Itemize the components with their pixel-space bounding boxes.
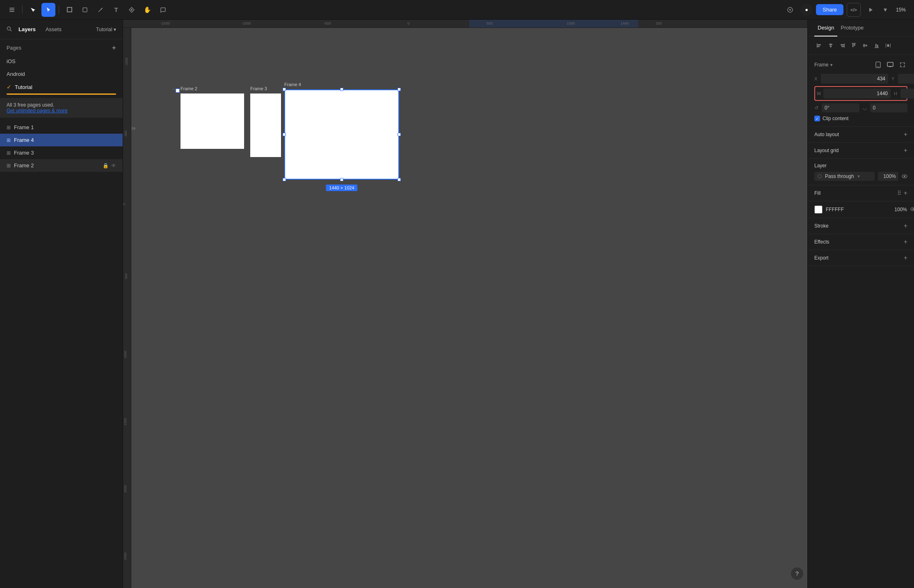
fill-hex-input[interactable] (826, 207, 887, 212)
layer-visibility-icon[interactable] (902, 173, 907, 180)
free-notice-link[interactable]: Get unlimited pages & more (7, 108, 68, 114)
tab-assets[interactable]: Assets (42, 24, 65, 35)
align-left-button[interactable] (814, 41, 824, 50)
multiplayer-button[interactable]: ● (800, 4, 813, 16)
frame4-handle-bc[interactable] (340, 178, 343, 181)
sidebar-header: Layers Assets Tutorial ▾ (0, 20, 123, 39)
component-tool-button[interactable] (125, 3, 139, 17)
frame3-container[interactable]: Frame 3 (250, 93, 281, 157)
frame4-handle-ml[interactable] (283, 133, 286, 136)
move-tool-button[interactable] (41, 3, 55, 17)
layer-item-frame2[interactable]: ⊞ Frame 2 🔒 👁 (0, 159, 123, 172)
svg-rect-31 (866, 45, 867, 47)
align-top-button[interactable] (849, 41, 859, 50)
blend-mode-selector[interactable]: Pass through ▾ (814, 172, 875, 181)
rotate-input[interactable] (822, 103, 859, 112)
opacity-input[interactable] (878, 172, 898, 181)
tab-design[interactable]: Design (814, 20, 837, 36)
frame4-box[interactable]: 1440 × 1024 (284, 89, 399, 180)
fill-color-swatch[interactable] (814, 205, 823, 214)
page-label-android: Android (7, 71, 25, 77)
x-input[interactable] (821, 74, 888, 84)
frame-dropdown-icon[interactable]: ▾ (830, 62, 833, 68)
frame-tool-button[interactable] (62, 3, 76, 17)
layer-item-frame3[interactable]: ⊞ Frame 3 (0, 146, 123, 159)
help-button[interactable]: ? (791, 567, 803, 580)
toolbar: T ✋ ● Share </> (0, 0, 914, 20)
frame4-handle-tl[interactable] (283, 88, 286, 91)
clip-content-checkbox[interactable]: ✓ (814, 116, 820, 121)
code-view-button[interactable]: </> (847, 3, 861, 17)
layer-visibility-icon[interactable]: 👁 (111, 163, 116, 169)
frame4-handle-bl[interactable] (283, 178, 286, 181)
add-fill-button[interactable]: + (904, 189, 907, 197)
pen-tool-button[interactable] (94, 3, 107, 17)
zoom-level[interactable]: 15% (893, 5, 909, 14)
frame4-handle-br[interactable] (398, 178, 401, 181)
align-center-h-button[interactable] (826, 41, 836, 50)
frame-desktop-icon-button[interactable] (885, 60, 895, 70)
main-menu-button[interactable] (5, 3, 19, 17)
corner-input[interactable] (870, 103, 908, 112)
play-button[interactable] (864, 3, 878, 17)
page-item-tutorial[interactable]: ✓ Tutorial (0, 80, 123, 93)
page-item-android[interactable]: Android (0, 68, 123, 80)
left-sidebar: Layers Assets Tutorial ▾ Pages + iOS And… (0, 20, 123, 588)
y-input[interactable] (898, 74, 914, 84)
comment-tool-button[interactable] (156, 3, 170, 17)
h-input-group: H (894, 89, 914, 98)
align-bottom-button[interactable] (872, 41, 882, 50)
tab-prototype[interactable]: Prototype (837, 20, 867, 36)
frame2-box[interactable] (181, 93, 244, 149)
align-right-button[interactable] (837, 41, 847, 50)
frame2-handle-tl[interactable] (176, 89, 180, 93)
svg-rect-17 (817, 43, 818, 48)
layer-item-frame4[interactable]: ⊞ Frame 4 (0, 134, 123, 146)
fill-row: − (814, 205, 907, 214)
add-page-button[interactable]: + (112, 44, 116, 52)
frame4-handle-mr[interactable] (398, 133, 401, 136)
frame-phone-icon-button[interactable] (873, 60, 883, 70)
add-effects-button[interactable]: + (904, 238, 907, 246)
frame4-container[interactable]: Frame 4 1440 × 1024 (284, 89, 399, 180)
tab-tutorial[interactable]: Tutorial ▾ (96, 27, 116, 32)
ruler-mark-n1000: -1000 (242, 21, 251, 25)
blend-mode-label: Pass through (825, 173, 854, 179)
distribute-button[interactable] (883, 41, 893, 50)
frame4-handle-tr[interactable] (398, 88, 401, 91)
play-dropdown-button[interactable]: ▾ (881, 3, 889, 17)
shape-tool-button[interactable] (78, 3, 92, 17)
text-tool-button[interactable]: T (109, 3, 123, 17)
plugins-button[interactable] (783, 3, 797, 17)
svg-rect-19 (818, 46, 820, 47)
fill-grid-icon[interactable]: ⠿ (897, 190, 901, 196)
layer-item-frame1[interactable]: ⊞ Frame 1 (0, 121, 123, 134)
add-layout-grid-button[interactable]: + (904, 147, 907, 154)
layer-lock-icon[interactable]: 🔒 (103, 163, 109, 169)
share-button[interactable]: Share (816, 4, 843, 15)
add-export-button[interactable]: + (904, 254, 907, 262)
add-auto-layout-button[interactable]: + (904, 131, 907, 138)
fill-opacity-input[interactable] (891, 207, 907, 212)
canvas-area[interactable]: -1500 -1000 -500 0 500 1000 1440 200 -10… (123, 20, 807, 588)
x-input-group: X (814, 74, 888, 84)
page-item-ios[interactable]: iOS (0, 55, 123, 68)
fill-visibility-icon[interactable] (910, 206, 914, 213)
frame-section-label: Frame ▾ (814, 62, 873, 68)
frame-resize-icon-button[interactable] (898, 60, 907, 70)
align-middle-v-button[interactable] (860, 41, 870, 50)
select-tool-button[interactable] (26, 3, 40, 17)
svg-rect-37 (887, 44, 889, 47)
tab-layers[interactable]: Layers (15, 24, 39, 35)
canvas-content[interactable]: ··· Frame 2 Frame 3 Frame 4 (131, 28, 807, 588)
frame3-box[interactable] (250, 93, 281, 157)
frame2-container[interactable]: ··· Frame 2 (181, 93, 244, 149)
frame4-handle-tc[interactable] (340, 88, 343, 91)
ruler-mark-left-500: 500 (124, 273, 128, 279)
svg-rect-26 (852, 43, 856, 44)
w-input[interactable] (823, 89, 891, 98)
hand-tool-button[interactable]: ✋ (140, 3, 154, 17)
add-stroke-button[interactable]: + (904, 222, 907, 230)
h-input[interactable] (900, 89, 914, 98)
clip-content-label[interactable]: Clip content (823, 116, 848, 121)
